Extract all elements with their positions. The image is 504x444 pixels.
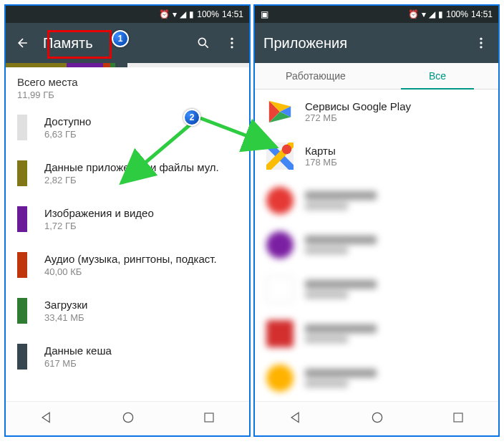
nav-back-button[interactable] [289,410,303,428]
list-item[interactable]: Изображения и видео1,72 ГБ [6,196,249,242]
play-services-icon [266,98,294,125]
svg-point-3 [231,46,233,48]
app-row[interactable]: Сервисы Google Play272 МБ [255,90,498,134]
nav-home-button[interactable] [121,410,135,428]
tab-all[interactable]: Все [377,63,498,89]
item-label: Изображения и видео [44,207,238,219]
battery-percent: 100% [446,9,468,19]
item-label: Аудио (музыка, рингтоны, подкаст. [44,253,238,265]
svg-point-8 [480,46,482,48]
svg-point-2 [231,42,233,44]
clock: 14:51 [222,9,243,19]
search-button[interactable] [195,34,212,52]
alarm-icon: ⏰ [408,9,419,19]
svg-rect-11 [454,413,462,422]
app-bar: Приложения [255,23,498,63]
svg-point-4 [123,412,132,422]
list-item[interactable]: Данные кеша617 МБ [6,334,249,380]
maps-icon [266,143,294,170]
battery-percent: 100% [197,9,219,19]
svg-point-0 [198,38,205,45]
app-list: Сервисы Google Play272 МБ Карты178 МБ [255,90,498,399]
app-row-blurred [255,178,498,223]
tab-running[interactable]: Работающие [255,63,377,89]
battery-icon: ▮ [189,9,194,19]
svg-point-7 [480,42,482,44]
color-chip [17,160,27,186]
alarm-icon: ⏰ [159,9,170,19]
total-label: Всего места [17,76,238,88]
overflow-menu-button[interactable] [472,34,490,52]
nav-recent-button[interactable] [203,411,215,427]
app-label: Сервисы Google Play [305,100,411,112]
color-chip [17,252,27,278]
item-value: 33,41 МБ [44,312,238,323]
signal-icon: ◢ [180,9,186,19]
item-label: Данные приложений и файлы мул. [44,161,238,173]
item-value: 6,63 ГБ [44,129,238,140]
app-size: 178 МБ [305,157,337,168]
item-value: 2,82 ГБ [44,175,238,185]
nav-bar [255,401,498,435]
nav-bar [6,401,249,435]
app-row-blurred [255,356,498,399]
wifi-icon: ▾ [422,9,426,19]
app-size: 272 МБ [305,112,411,123]
list-item[interactable]: Аудио (музыка, рингтоны, подкаст.40,00 К… [6,242,249,288]
color-chip [17,344,27,370]
item-value: 1,72 ГБ [44,221,238,231]
app-row[interactable]: Карты178 МБ [255,134,498,178]
phone-apps-screen: ▣ ⏰ ▾ ◢ ▮ 100% 14:51 Приложения Работающ… [253,4,500,437]
app-label: Карты [305,145,337,157]
total-space: Всего места 11,99 ГБ [6,67,249,105]
svg-point-10 [372,412,382,422]
item-label: Доступно [44,115,238,127]
list-item[interactable]: Данные приложений и файлы мул.2,82 ГБ [6,150,249,196]
svg-point-9 [282,145,291,154]
color-chip [17,115,27,140]
clock: 14:51 [471,9,493,19]
nav-recent-button[interactable] [452,411,465,427]
annotation-marker-2: 2 [183,109,200,126]
nav-back-button[interactable] [39,410,54,428]
app-row-blurred [255,223,498,267]
item-value: 40,00 КБ [44,266,238,277]
battery-icon: ▮ [438,9,443,19]
screenshot-icon: ▣ [261,9,268,19]
wifi-icon: ▾ [173,9,177,19]
svg-point-6 [480,38,482,40]
total-value: 11,99 ГБ [17,90,238,100]
annotation-marker-1: 1 [112,30,129,47]
svg-point-1 [231,38,233,40]
color-chip [17,206,27,232]
storage-list: Всего места 11,99 ГБ Доступно6,63 ГБ Дан… [6,67,249,405]
svg-rect-5 [205,413,213,422]
item-label: Данные кеша [44,344,238,357]
status-bar: ⏰ ▾ ◢ ▮ 100% 14:51 [6,6,249,23]
status-bar: ▣ ⏰ ▾ ◢ ▮ 100% 14:51 [255,6,498,23]
app-row-blurred [255,267,498,312]
overflow-menu-button[interactable] [223,34,241,52]
back-button[interactable] [14,34,32,52]
screen-title: Приложения [263,35,461,52]
app-row-blurred [255,312,498,356]
phone-storage-screen: ⏰ ▾ ◢ ▮ 100% 14:51 Память Всего места 11… [4,4,251,437]
list-item[interactable]: Загрузки33,41 МБ [6,288,249,334]
tab-bar: Работающие Все [255,63,498,90]
list-item[interactable]: Доступно6,63 ГБ [6,105,249,150]
nav-home-button[interactable] [370,410,384,428]
item-label: Загрузки [44,299,238,311]
signal-icon: ◢ [429,9,435,19]
color-chip [17,298,27,324]
item-value: 617 МБ [44,358,238,369]
